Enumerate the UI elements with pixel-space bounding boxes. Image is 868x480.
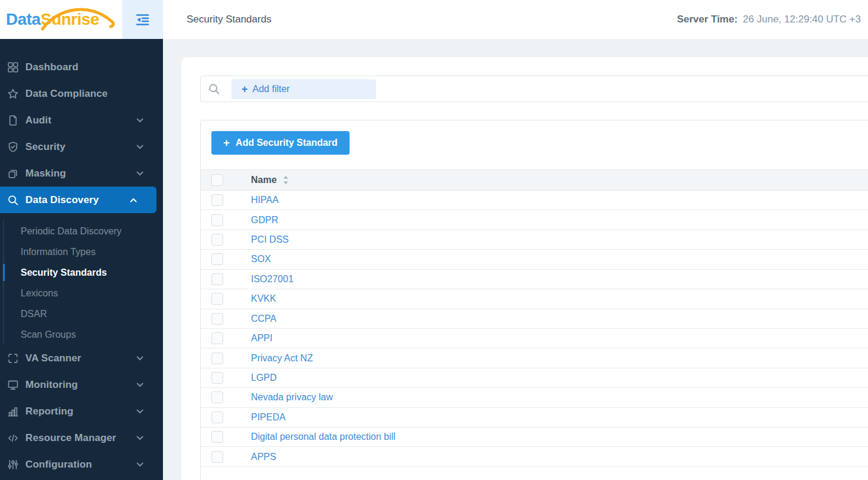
row-checkbox[interactable] [211,194,223,206]
security-standard-link[interactable]: Digital personal data protection bill [251,432,396,442]
sidebar-item-label: Security [25,141,66,153]
sidebar-item-audit[interactable]: Audit [0,107,163,133]
security-standard-link[interactable]: HIPAA [251,195,279,205]
security-standard-link[interactable]: KVKK [251,293,276,304]
sidebar-subitem-lexicons[interactable]: Lexicons [0,283,163,303]
chevron-down-icon [136,409,143,414]
sidebar-item-label: Data Compliance [25,88,107,100]
sidebar-item-configuration[interactable]: Configuration [0,451,163,478]
page-title: Security Standards [187,0,272,39]
table-row: KVKK [201,289,868,309]
row-checkbox[interactable] [211,313,223,325]
search-icon [208,83,221,96]
select-all-checkbox[interactable] [211,174,223,186]
security-standard-link[interactable]: LGPD [251,373,277,383]
sidebar-item-label: Dashboard [25,61,79,73]
chevron-down-icon [136,118,143,123]
main-content: + Add filter + Add Security Standard Nam… [163,39,868,480]
sidebar-item-label: Reporting [25,406,73,417]
top-bar: DataSunrise Security Standards Server Ti… [0,0,868,39]
row-checkbox[interactable] [211,332,223,344]
sidebar-item-dashboard[interactable]: Dashboard [0,54,163,80]
security-standard-link[interactable]: PCI DSS [251,234,289,245]
row-checkbox[interactable] [211,352,223,364]
table-row: Nevada privacy law [201,388,868,407]
chevron-down-icon [136,383,143,387]
table-row: ISO27001 [201,270,868,289]
data-discovery-submenu: Periodic Data Discovery Information Type… [0,213,163,345]
sidebar-item-masking[interactable]: Masking [0,160,163,187]
server-time-label: Server Time: [677,14,738,25]
code-icon [6,431,20,445]
chevron-down-icon [136,356,143,361]
security-standard-link[interactable]: ISO27001 [251,274,293,285]
row-checkbox[interactable] [211,391,223,403]
magnifier-icon [6,193,20,207]
sidebar-item-va-scanner[interactable]: VA Scanner [0,345,163,371]
sidebar-subitem-dsar[interactable]: DSAR [0,303,163,324]
monitor-icon [6,378,20,392]
scan-frame-icon [6,351,20,365]
row-checkbox[interactable] [211,412,223,423]
security-standard-link[interactable]: APPI [251,333,272,344]
datasunrise-logo[interactable]: DataSunrise [6,0,99,39]
add-security-standard-label: Add Security Standard [236,138,337,148]
row-checkbox[interactable] [211,293,223,305]
row-checkbox[interactable] [211,234,223,246]
name-column-header: Name [251,175,289,185]
table-row: HIPAA [201,191,868,210]
add-filter-label: Add filter [253,84,290,94]
row-checkbox[interactable] [211,431,223,443]
add-security-standard-button[interactable]: + Add Security Standard [211,131,350,155]
logo-part-sunrise: Sunrise [41,10,99,28]
sidebar-subitem-periodic-data-discovery[interactable]: Periodic Data Discovery [0,221,163,241]
collapse-sidebar-button[interactable] [122,0,163,39]
star-icon [6,87,20,101]
row-checkbox[interactable] [211,253,223,265]
sidebar-item-label: Data Discovery [25,194,99,206]
row-checkbox[interactable] [211,372,223,384]
add-filter-button[interactable]: + Add filter [231,79,376,99]
security-standard-link[interactable]: Privacy Act NZ [251,353,313,364]
table-row: LGPD [201,368,868,388]
row-checkbox[interactable] [211,273,223,285]
sidebar-item-data-discovery[interactable]: Data Discovery [0,187,156,213]
security-standard-link[interactable]: APPS [251,452,276,462]
sidebar-item-data-compliance[interactable]: Data Compliance [0,80,163,107]
sidebar-subitem-security-standards[interactable]: Security Standards [0,262,163,283]
sidebar-item-label: Audit [25,115,51,126]
sliders-icon [6,458,20,472]
sidebar-item-label: Configuration [25,459,92,471]
security-standard-link[interactable]: Nevada privacy law [251,392,333,403]
masking-layers-icon [6,166,20,181]
sidebar-item-resource-manager[interactable]: Resource Manager [0,425,163,451]
security-standard-link[interactable]: SOX [251,254,271,265]
chevron-down-icon [136,436,143,440]
logo-part-data: Data [6,10,41,28]
sidebar-subitem-information-types[interactable]: Information Types [0,241,163,262]
sidebar-subitem-scan-groups[interactable]: Scan Groups [0,324,163,345]
table-row: CCPA [201,309,868,329]
sidebar-item-security[interactable]: Security [0,133,163,160]
sidebar-item-label: VA Scanner [25,352,81,364]
dashboard-grid-icon [6,60,20,74]
chevron-down-icon [136,171,143,176]
shield-check-icon [6,140,20,154]
security-standard-link[interactable]: PIPEDA [251,412,286,423]
row-checkbox[interactable] [211,451,223,463]
table-row: PCI DSS [201,230,868,250]
document-icon [6,113,20,128]
row-checkbox[interactable] [211,214,223,226]
security-standard-link[interactable]: CCPA [251,314,276,324]
sidebar-item-label: Monitoring [25,379,78,391]
sidebar-item-reporting[interactable]: Reporting [0,398,163,425]
sort-icon[interactable] [283,175,289,185]
logo-text: DataSunrise [6,10,99,29]
name-column-label: Name [251,175,277,185]
table-row: Digital personal data protection bill [201,427,868,447]
table-row: SOX [201,250,868,269]
chevron-down-icon [136,145,143,149]
sidebar: Dashboard Data Compliance Audit Security [0,39,163,480]
sidebar-item-monitoring[interactable]: Monitoring [0,371,163,398]
security-standard-link[interactable]: GDPR [251,215,278,226]
